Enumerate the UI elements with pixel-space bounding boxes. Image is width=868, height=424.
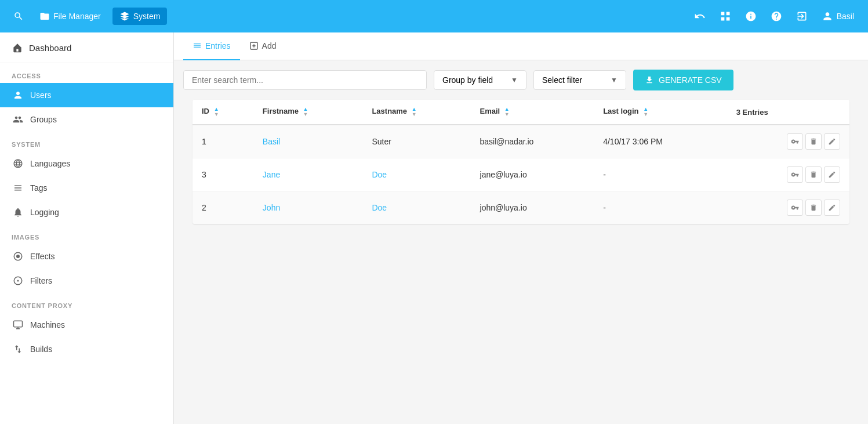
sidebar-item-filters[interactable]: Filters <box>0 269 173 293</box>
col-id: ID ▲ ▼ <box>193 100 253 125</box>
main-layout: Dashboard ACCESS Users Groups SYSTEM Lan… <box>0 32 868 424</box>
languages-icon <box>12 158 24 169</box>
key-button[interactable] <box>787 133 803 150</box>
info-icon[interactable] <box>740 6 761 27</box>
sidebar: Dashboard ACCESS Users Groups SYSTEM Lan… <box>0 32 174 424</box>
users-icon <box>12 90 24 100</box>
section-label-access: ACCESS <box>0 63 173 83</box>
col-lastname: Lastname ▲ ▼ <box>362 100 470 125</box>
sidebar-item-tags-label: Tags <box>30 183 48 193</box>
table-container: ID ▲ ▼ Firstname ▲ ▼ <box>174 100 868 233</box>
group-by-select[interactable]: Group by field <box>442 75 506 85</box>
tab-entries[interactable]: Entries <box>183 32 240 60</box>
cell-actions <box>727 158 849 191</box>
filter-select[interactable]: Select filter <box>542 75 606 85</box>
sidebar-item-logging-label: Logging <box>30 208 59 217</box>
svg-rect-4 <box>14 321 23 327</box>
sidebar-item-dashboard[interactable]: Dashboard <box>0 32 173 63</box>
tab-add[interactable]: Add <box>240 32 286 60</box>
key-button[interactable] <box>787 166 803 183</box>
entries-count: 3 Entries <box>727 100 849 125</box>
cell-lastname: Suter <box>362 125 470 158</box>
generate-csv-button[interactable]: GENERATE CSV <box>633 70 733 90</box>
cell-email: john@luya.io <box>471 191 594 224</box>
sidebar-item-groups[interactable]: Groups <box>0 107 173 132</box>
firstname-sort-icons: ▲ ▼ <box>303 107 308 117</box>
tab-entries-label: Entries <box>205 41 231 50</box>
search-input[interactable] <box>183 70 427 90</box>
sidebar-item-users[interactable]: Users <box>0 83 173 107</box>
sidebar-item-languages-label: Languages <box>30 159 70 168</box>
sidebar-item-logging[interactable]: Logging <box>0 200 173 224</box>
lastname-link[interactable]: Doe <box>372 170 387 179</box>
firstname-link[interactable]: Jane <box>263 170 280 179</box>
undo-icon[interactable] <box>689 6 710 27</box>
builds-icon <box>12 344 24 354</box>
firstname-link[interactable]: Basil <box>263 137 280 146</box>
cell-actions <box>727 125 849 158</box>
cell-actions <box>727 191 849 224</box>
top-navigation: File Manager System Basil <box>0 0 868 32</box>
tab-add-label: Add <box>262 41 277 50</box>
lastname-link: Suter <box>372 137 391 146</box>
section-label-content-proxy: CONTENT PROXY <box>0 293 173 313</box>
group-by-dropdown[interactable]: Group by field ▼ <box>434 70 526 90</box>
table-header-row: ID ▲ ▼ Firstname ▲ ▼ <box>193 100 849 125</box>
logging-icon <box>12 207 24 218</box>
content-tabs: Entries Add <box>174 32 868 60</box>
effects-icon <box>12 251 24 262</box>
grid-icon[interactable] <box>715 6 736 27</box>
edit-button[interactable] <box>824 200 840 216</box>
cell-id: 3 <box>193 158 253 191</box>
id-sort-icons: ▲ ▼ <box>214 107 219 117</box>
cell-email: basil@nadar.io <box>471 125 594 158</box>
sidebar-item-machines[interactable]: Machines <box>0 313 173 337</box>
file-manager-label: File Manager <box>53 12 101 21</box>
user-menu[interactable]: Basil <box>817 8 859 24</box>
email-sort-desc[interactable]: ▼ <box>504 112 510 117</box>
cell-firstname: Basil <box>253 125 363 158</box>
sidebar-item-languages[interactable]: Languages <box>0 151 173 176</box>
content-toolbar: Group by field ▼ Select filter ▼ GENERAT… <box>174 60 868 100</box>
cell-last-login: - <box>594 158 727 191</box>
col-email: Email ▲ ▼ <box>471 100 594 125</box>
tags-icon <box>12 183 24 193</box>
firstname-sort-desc[interactable]: ▼ <box>303 112 308 117</box>
last-login-sort-desc[interactable]: ▼ <box>643 112 648 117</box>
cell-firstname: John <box>253 191 363 224</box>
sidebar-item-groups-label: Groups <box>30 115 57 124</box>
lastname-sort-desc[interactable]: ▼ <box>412 112 417 117</box>
delete-button[interactable] <box>805 133 822 150</box>
sidebar-item-builds-label: Builds <box>30 345 52 354</box>
edit-button[interactable] <box>824 133 840 150</box>
lastname-link[interactable]: Doe <box>372 203 387 212</box>
sidebar-item-machines-label: Machines <box>30 320 65 329</box>
file-manager-nav[interactable]: File Manager <box>32 8 108 25</box>
sidebar-item-users-label: Users <box>30 90 52 100</box>
edit-button[interactable] <box>824 166 840 183</box>
sidebar-item-builds[interactable]: Builds <box>0 337 173 361</box>
delete-button[interactable] <box>805 200 822 216</box>
cell-last-login: - <box>594 191 727 224</box>
last-login-sort-icons: ▲ ▼ <box>643 107 648 117</box>
id-sort-desc[interactable]: ▼ <box>214 112 219 117</box>
key-button[interactable] <box>787 200 803 216</box>
cell-id: 1 <box>193 125 253 158</box>
user-label: Basil <box>837 12 854 21</box>
delete-button[interactable] <box>805 166 822 183</box>
sidebar-item-effects[interactable]: Effects <box>0 244 173 269</box>
logout-icon[interactable] <box>791 6 812 27</box>
cell-lastname: Doe <box>362 191 470 224</box>
search-icon[interactable] <box>9 7 28 26</box>
help-icon[interactable] <box>766 6 787 27</box>
svg-point-3 <box>17 280 19 282</box>
sidebar-item-tags[interactable]: Tags <box>0 176 173 200</box>
filter-dropdown[interactable]: Select filter ▼ <box>533 70 626 90</box>
filters-icon <box>12 276 24 286</box>
system-nav[interactable]: System <box>112 8 168 25</box>
firstname-link[interactable]: John <box>263 203 280 212</box>
section-label-system: SYSTEM <box>0 132 173 151</box>
group-by-arrow-icon: ▼ <box>511 76 518 84</box>
table-row: 1 Basil Suter basil@nadar.io 4/10/17 3:0… <box>193 125 849 158</box>
table-row: 2 John Doe john@luya.io - <box>193 191 849 224</box>
